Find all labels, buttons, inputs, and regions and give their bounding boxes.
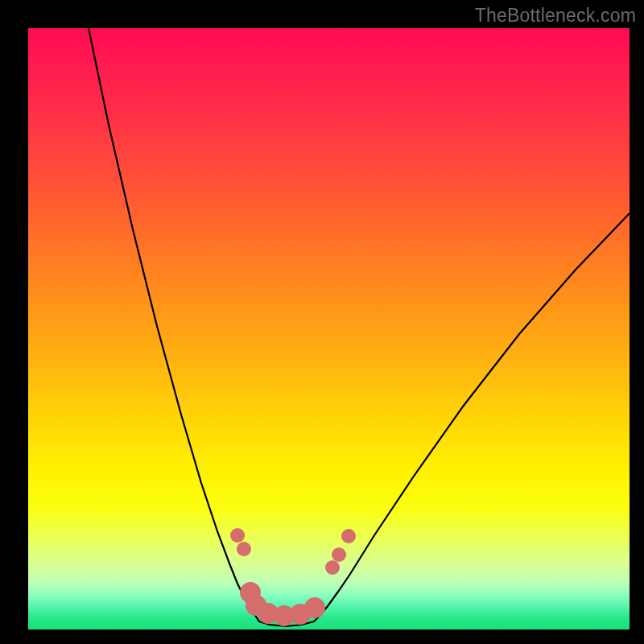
bottleneck-curve (89, 28, 630, 626)
curve-marker (240, 582, 261, 603)
chart-plot-area (28, 28, 630, 630)
watermark-text: TheBottleneck.com (475, 5, 636, 27)
curve-marker (325, 560, 340, 575)
curve-marker (304, 597, 325, 618)
curve-marker (290, 604, 311, 625)
curve-marker (237, 542, 251, 556)
curve-marker (258, 603, 279, 624)
chart-svg (28, 28, 630, 630)
chart-frame: TheBottleneck.com (0, 0, 644, 644)
curve-marker (274, 605, 295, 626)
curve-marker (230, 528, 245, 543)
curve-marker (341, 529, 356, 543)
curve-marker (332, 547, 346, 562)
curve-markers (230, 528, 356, 626)
curve-marker (246, 595, 266, 616)
